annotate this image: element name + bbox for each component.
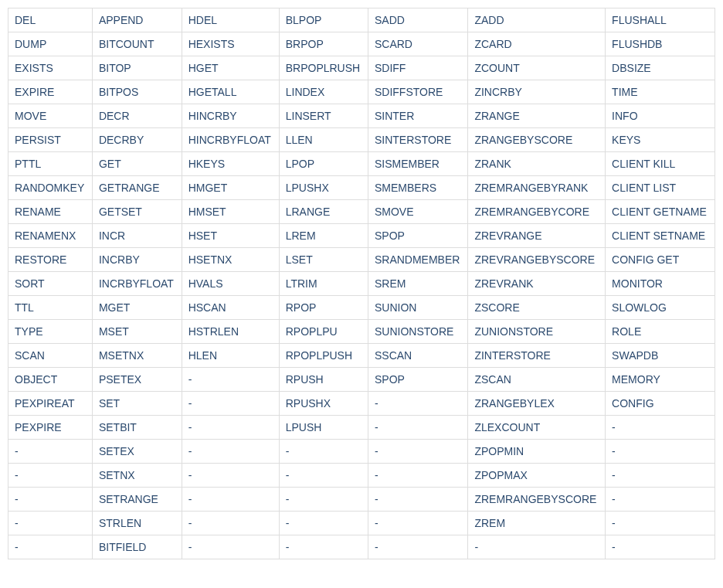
table-cell: - (606, 440, 715, 464)
table-cell: HDEL (182, 8, 279, 32)
table-cell: MGET (92, 296, 182, 320)
table-cell: RPOPLPUSH (279, 344, 368, 368)
table-cell: - (368, 488, 467, 512)
table-cell: ZREVRANGEBYSCORE (468, 248, 606, 272)
table-row: MOVEDECRHINCRBYLINSERTSINTERZRANGEINFO (8, 104, 715, 128)
table-cell: SUNION (368, 296, 467, 320)
table-row: TTLMGETHSCANRPOPSUNIONZSCORESLOWLOG (8, 296, 715, 320)
table-cell: SETBIT (92, 416, 182, 440)
table-cell: DEL (8, 8, 93, 32)
table-cell: HMSET (182, 200, 279, 224)
table-cell: SMEMBERS (368, 176, 467, 200)
table-cell: SPOP (368, 368, 467, 392)
table-cell: ZADD (468, 8, 606, 32)
table-cell: - (8, 488, 93, 512)
table-cell: GETSET (92, 200, 182, 224)
table-cell: - (468, 535, 606, 559)
table-cell: ZSCAN (468, 368, 606, 392)
table-cell: - (182, 392, 279, 416)
table-row: RANDOMKEYGETRANGEHMGETLPUSHXSMEMBERSZREM… (8, 176, 715, 200)
table-cell: SMOVE (368, 200, 467, 224)
table-row: -BITFIELD----- (8, 535, 715, 559)
table-cell: LPOP (279, 152, 368, 176)
table-cell: RPOPLPU (279, 320, 368, 344)
table-cell: SCARD (368, 32, 467, 56)
table-cell: GET (92, 152, 182, 176)
table-cell: PSETEX (92, 368, 182, 392)
table-row: PEXPIRESETBIT-LPUSH-ZLEXCOUNT- (8, 416, 715, 440)
table-cell: SDIFF (368, 56, 467, 80)
table-cell: HMGET (182, 176, 279, 200)
table-row: SCANMSETNXHLENRPOPLPUSHSSCANZINTERSTORES… (8, 344, 715, 368)
table-cell: SET (92, 392, 182, 416)
table-cell: MSET (92, 320, 182, 344)
table-row: SORTINCRBYFLOATHVALSLTRIMSREMZREVRANKMON… (8, 272, 715, 296)
table-cell: RENAME (8, 200, 93, 224)
table-cell: - (279, 512, 368, 535)
table-cell: - (606, 512, 715, 535)
table-cell: HINCRBYFLOAT (182, 128, 279, 152)
table-cell: SLOWLOG (606, 296, 715, 320)
table-cell: RENAMENX (8, 224, 93, 248)
table-cell: CONFIG GET (606, 248, 715, 272)
table-cell: TIME (606, 80, 715, 104)
table-cell: PTTL (8, 152, 93, 176)
table-cell: TYPE (8, 320, 93, 344)
table-cell: MONITOR (606, 272, 715, 296)
table-cell: - (8, 535, 93, 559)
table-cell: LPUSH (279, 416, 368, 440)
table-cell: - (182, 488, 279, 512)
table-row: RESTOREINCRBYHSETNXLSETSRANDMEMBERZREVRA… (8, 248, 715, 272)
table-cell: CLIENT SETNAME (606, 224, 715, 248)
table-cell: FLUSHALL (606, 8, 715, 32)
table-row: PEXPIREATSET-RPUSHX-ZRANGEBYLEXCONFIG (8, 392, 715, 416)
table-cell: - (182, 440, 279, 464)
table-cell: HGETALL (182, 80, 279, 104)
table-row: TYPEMSETHSTRLENRPOPLPUSUNIONSTOREZUNIONS… (8, 320, 715, 344)
table-cell: RPUSHX (279, 392, 368, 416)
table-cell: ZRANGEBYSCORE (468, 128, 606, 152)
table-cell: - (606, 535, 715, 559)
table-cell: BLPOP (279, 8, 368, 32)
table-cell: APPEND (92, 8, 182, 32)
table-cell: SADD (368, 8, 467, 32)
table-cell: LREM (279, 224, 368, 248)
table-cell: HSCAN (182, 296, 279, 320)
table-cell: ROLE (606, 320, 715, 344)
table-cell: - (368, 512, 467, 535)
table-cell: EXPIRE (8, 80, 93, 104)
table-cell: PERSIST (8, 128, 93, 152)
table-cell: - (279, 440, 368, 464)
table-cell: ZREMRANGEBYRANK (468, 176, 606, 200)
table-cell: MOVE (8, 104, 93, 128)
table-row: -SETRANGE---ZREMRANGEBYSCORE- (8, 488, 715, 512)
table-cell: ZREVRANK (468, 272, 606, 296)
table-cell: MSETNX (92, 344, 182, 368)
commands-table: DELAPPENDHDELBLPOPSADDZADDFLUSHALLDUMPBI… (8, 8, 715, 559)
table-cell: ZRANGE (468, 104, 606, 128)
table-row: EXISTSBITOPHGETBRPOPLRUSHSDIFFZCOUNTDBSI… (8, 56, 715, 80)
table-cell: - (368, 392, 467, 416)
table-cell: FLUSHDB (606, 32, 715, 56)
table-cell: ZREVRANGE (468, 224, 606, 248)
table-cell: CLIENT LIST (606, 176, 715, 200)
table-cell: - (182, 464, 279, 488)
table-cell: SSCAN (368, 344, 467, 368)
table-cell: HKEYS (182, 152, 279, 176)
table-cell: ZLEXCOUNT (468, 416, 606, 440)
table-cell: INCRBY (92, 248, 182, 272)
table-cell: PEXPIREAT (8, 392, 93, 416)
table-cell: STRLEN (92, 512, 182, 535)
table-cell: SPOP (368, 224, 467, 248)
table-cell: SINTERSTORE (368, 128, 467, 152)
table-row: EXPIREBITPOSHGETALLLINDEXSDIFFSTOREZINCR… (8, 80, 715, 104)
table-cell: DECR (92, 104, 182, 128)
table-cell: - (368, 416, 467, 440)
table-cell: SETNX (92, 464, 182, 488)
table-cell: HVALS (182, 272, 279, 296)
table-cell: SISMEMBER (368, 152, 467, 176)
table-cell: - (8, 464, 93, 488)
table-cell: SETRANGE (92, 488, 182, 512)
table-cell: BRPOP (279, 32, 368, 56)
table-cell: - (182, 512, 279, 535)
